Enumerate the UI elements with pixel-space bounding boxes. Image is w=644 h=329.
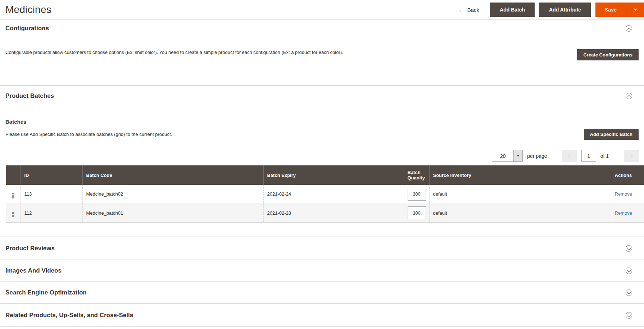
remove-link[interactable]: Remove [615, 191, 632, 197]
back-arrow-icon: ← [458, 7, 464, 13]
drag-cell [6, 185, 21, 204]
back-label: Back [467, 7, 479, 13]
page-size-value: 20 [492, 150, 513, 161]
batch-quantity-input[interactable] [408, 188, 426, 201]
table-row: 113 Medcine_batch02 2021-02-24 default R… [6, 185, 644, 204]
previous-page-button[interactable] [562, 150, 577, 162]
cell-actions: Remove [611, 185, 644, 204]
section-product-reviews[interactable]: Product Reviews [0, 237, 644, 260]
section-search-engine-optimization[interactable]: Search Engine Optimization [0, 282, 644, 304]
page-title: Medicines [5, 4, 51, 15]
cell-batch-expiry: 2021-02-28 [263, 204, 404, 222]
chevron-down-icon [517, 155, 520, 157]
cell-batch-code: Medcine_batch02 [82, 185, 263, 204]
total-pages-label: of 1 [600, 153, 609, 159]
drag-column-header [6, 165, 21, 185]
cell-source-inventory: default [429, 185, 611, 204]
current-page-input[interactable] [581, 150, 596, 162]
cell-batch-code: Medcine_batch01 [82, 204, 263, 222]
product-batches-header: Product Batches [0, 92, 644, 100]
page-header: Medicines ← Back Add Batch Add Attribute… [0, 0, 644, 20]
save-dropdown-button[interactable] [626, 3, 644, 17]
create-configurations-button[interactable]: Create Configurations [577, 49, 639, 60]
section-title: Images And Videos [5, 267, 62, 274]
add-specific-batch-button[interactable]: Add Specific Batch [584, 129, 639, 140]
batches-table: ID Batch Code Batch Expiry Batch Quanity… [6, 165, 644, 223]
cell-id: 113 [21, 185, 82, 204]
section-title: Product Reviews [5, 245, 55, 252]
per-page-label: per page [527, 153, 547, 159]
column-header-batch-quantity: Batch Quanity [404, 165, 429, 185]
table-header-row: ID Batch Code Batch Expiry Batch Quanity… [6, 165, 644, 185]
collapse-chevron-up-icon[interactable] [626, 25, 632, 32]
column-header-id: ID [21, 165, 82, 185]
save-button[interactable]: Save [595, 3, 626, 17]
product-edit-page: Medicines ← Back Add Batch Add Attribute… [0, 0, 644, 329]
column-header-batch-expiry: Batch Expiry [263, 165, 404, 185]
batches-subtitle: Batches [5, 119, 639, 125]
page-size-select[interactable]: 20 [492, 150, 523, 162]
configurations-header: Configurations [0, 25, 644, 32]
cell-batch-quantity [404, 204, 429, 222]
batches-description: Please use Add Specific Batch to associa… [5, 131, 172, 137]
section-title: Related Products, Up-Sells, and Cross-Se… [5, 312, 133, 319]
select-arrow-button[interactable] [513, 150, 522, 161]
configurations-title: Configurations [5, 25, 49, 32]
collapse-chevron-down-icon[interactable] [626, 289, 632, 296]
cell-id: 112 [21, 204, 82, 222]
remove-link[interactable]: Remove [615, 210, 632, 216]
section-configurations: Configurations Configurable products all… [0, 20, 644, 86]
save-split-button: Save [595, 3, 644, 17]
product-batches-title: Product Batches [5, 92, 54, 100]
next-page-button[interactable] [624, 150, 639, 162]
cell-actions: Remove [611, 204, 644, 222]
pagination-bar: 20 per page of 1 [5, 150, 639, 162]
add-batch-button[interactable]: Add Batch [490, 3, 535, 17]
column-header-source-inventory: Source Inventory [429, 165, 611, 185]
header-actions: ← Back Add Batch Add Attribute Save [458, 3, 644, 17]
collapse-chevron-up-icon[interactable] [626, 93, 632, 99]
section-product-batches: Product Batches Batches Please use Add S… [0, 86, 644, 237]
batches-description-row: Please use Add Specific Batch to associa… [5, 129, 639, 140]
collapse-chevron-down-icon[interactable] [626, 268, 632, 274]
batch-quantity-input[interactable] [408, 206, 426, 219]
chevron-down-icon [634, 9, 637, 11]
section-images-and-videos[interactable]: Images And Videos [0, 260, 644, 282]
configurations-description: Configurable products allow customers to… [5, 49, 343, 55]
cell-batch-quantity [404, 185, 429, 204]
section-title: Search Engine Optimization [5, 289, 87, 296]
drag-cell [6, 204, 21, 222]
configurations-body: Configurable products allow customers to… [0, 49, 644, 60]
drag-handle-icon[interactable] [12, 193, 14, 198]
column-header-actions: Actions [611, 165, 644, 185]
batches-subsection: Batches Please use Add Specific Batch to… [0, 119, 644, 162]
drag-handle-icon[interactable] [12, 212, 14, 217]
column-header-batch-code: Batch Code [82, 165, 263, 185]
back-button[interactable]: ← Back [458, 7, 479, 13]
table-row: 112 Medcine_batch01 2021-02-28 default R… [6, 204, 644, 222]
add-attribute-button[interactable]: Add Attribute [539, 3, 591, 17]
collapse-chevron-down-icon[interactable] [626, 312, 632, 319]
cell-source-inventory: default [429, 204, 611, 222]
collapse-chevron-down-icon[interactable] [626, 245, 632, 252]
section-related-products[interactable]: Related Products, Up-Sells, and Cross-Se… [0, 304, 644, 327]
cell-batch-expiry: 2021-02-24 [263, 185, 404, 204]
